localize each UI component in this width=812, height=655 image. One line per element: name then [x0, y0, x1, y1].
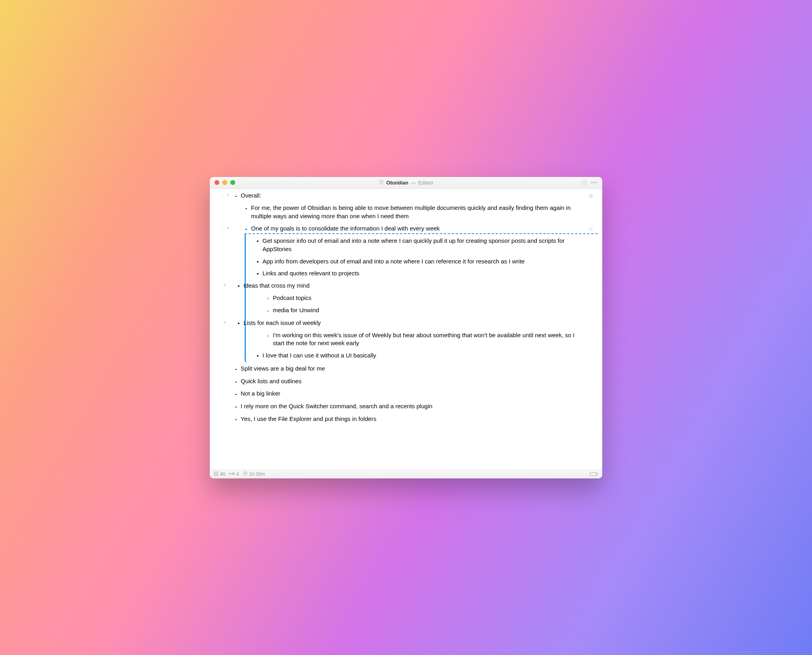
- editor-content[interactable]: ◌▼ - Overall: ⊕ - For me, the power of O…: [210, 189, 602, 470]
- bullet-circle-icon: [263, 306, 273, 315]
- edited-status: Edited: [418, 180, 433, 186]
- bullet-dot-icon: [253, 237, 262, 242]
- outline-row[interactable]: ◌▼ - One of my goals is to consolidate t…: [210, 224, 602, 234]
- document-title: Obsidian: [386, 180, 408, 186]
- bullet-dash-icon: -: [231, 390, 241, 398]
- window-controls: [214, 180, 235, 185]
- app-window: Obsidian — Edited ••• ◌▼ - Overall: ⊕ - …: [210, 177, 602, 478]
- indent-stat[interactable]: 4: [229, 471, 239, 477]
- status-right[interactable]: [590, 472, 598, 476]
- outline-text[interactable]: For me, the power of Obsidian is being a…: [251, 204, 586, 220]
- appearance-icon[interactable]: [582, 180, 587, 185]
- link-icon[interactable]: ◌: [221, 226, 224, 231]
- outline-row[interactable]: ▼ Ideas that cross my mind: [246, 281, 598, 290]
- outline-row[interactable]: - Split views are a big deal for me: [210, 364, 602, 374]
- outline-text[interactable]: Split views are a big deal for me: [241, 365, 586, 373]
- indent-icon: [229, 471, 235, 477]
- duration-value: 1h 30m: [249, 471, 265, 477]
- outline-row[interactable]: ▼ Lists for each issue of weekly: [246, 319, 598, 328]
- svg-rect-0: [380, 180, 383, 184]
- line-count: 40: [220, 471, 225, 477]
- outline-text[interactable]: I'm working on this week's issue of of W…: [273, 331, 590, 348]
- outline-row[interactable]: - I rely more on the Quick Switcher comm…: [210, 402, 602, 411]
- bullet-dash-icon: -: [241, 204, 251, 213]
- svg-line-12: [245, 474, 246, 474]
- outline-row[interactable]: - For me, the power of Obsidian is being…: [210, 204, 602, 221]
- bullet-dot-icon: [253, 257, 262, 262]
- outline-text[interactable]: I love that I can use it without a UI ba…: [262, 352, 590, 360]
- add-item-icon[interactable]: ⊕: [586, 225, 595, 233]
- fold-icon[interactable]: ▼: [223, 283, 227, 288]
- add-item-icon[interactable]: ⊕: [586, 192, 595, 200]
- outline-text[interactable]: Lists for each issue of weekly: [243, 319, 590, 327]
- bullet-circle-icon: [263, 294, 273, 303]
- outline-text[interactable]: Quick lists and outlines: [241, 377, 586, 386]
- outline-row[interactable]: I love that I can use it without a UI ba…: [246, 351, 598, 360]
- tag-icon: [590, 472, 598, 476]
- outline-text[interactable]: Links and quotes relevant to projects: [262, 269, 590, 278]
- outline-text[interactable]: App info from developers out of email an…: [262, 257, 590, 266]
- selected-block[interactable]: Get sponsor info out of email and into a…: [245, 233, 598, 363]
- more-icon[interactable]: •••: [591, 180, 598, 185]
- outline-row[interactable]: - Not a big linker: [210, 389, 602, 399]
- svg-rect-13: [590, 473, 596, 476]
- fold-icon[interactable]: ▼: [223, 320, 227, 325]
- window-title: Obsidian — Edited: [210, 180, 602, 186]
- outline-row[interactable]: Podcast topics: [246, 294, 598, 303]
- bullet-dash-icon: -: [231, 415, 241, 424]
- outline-row[interactable]: Links and quotes relevant to projects: [246, 269, 598, 278]
- outline-text[interactable]: Overall:: [241, 192, 586, 200]
- bullet-dot-icon: [253, 269, 262, 274]
- fold-icon[interactable]: ▼: [226, 193, 230, 198]
- document-icon: [379, 180, 384, 185]
- bullet-dash-icon: -: [231, 192, 241, 200]
- outline-text[interactable]: Podcast topics: [273, 294, 590, 302]
- bullet-dot-icon: [234, 319, 243, 324]
- outline-row[interactable]: App info from developers out of email an…: [246, 257, 598, 266]
- bullet-dash-icon: -: [241, 225, 251, 233]
- bullet-dash-icon: -: [231, 365, 241, 373]
- outline-text[interactable]: Get sponsor info out of email and into a…: [262, 237, 590, 253]
- link-icon[interactable]: ◌: [221, 193, 224, 198]
- bullet-circle-icon: [263, 331, 273, 340]
- fullscreen-button[interactable]: [230, 180, 235, 185]
- bullet-dot-icon: [253, 352, 262, 356]
- clock-icon: [243, 471, 247, 477]
- titlebar-actions: •••: [582, 180, 598, 185]
- status-bar: 40 4 1h 30m: [210, 470, 602, 478]
- outline-text[interactable]: I rely more on the Quick Switcher comman…: [241, 402, 586, 411]
- outline-row[interactable]: - Yes, I use the File Explorer and put t…: [210, 415, 602, 424]
- outline-row[interactable]: I'm working on this week's issue of of W…: [246, 331, 598, 348]
- line-count-stat[interactable]: 40: [214, 471, 225, 477]
- bullet-dash-icon: -: [231, 377, 241, 386]
- outline-row[interactable]: ◌▼ - Overall: ⊕: [210, 191, 602, 201]
- outline-text[interactable]: One of my goals is to consolidate the in…: [251, 225, 586, 233]
- close-button[interactable]: [214, 180, 219, 185]
- outline-text[interactable]: media for Unwind: [273, 306, 590, 315]
- outline-text[interactable]: Yes, I use the File Explorer and put thi…: [241, 415, 586, 423]
- title-separator: —: [411, 180, 416, 186]
- minimize-button[interactable]: [222, 180, 227, 185]
- fold-icon[interactable]: ▼: [226, 226, 230, 231]
- indent-count: 4: [236, 471, 239, 477]
- outline-text[interactable]: Ideas that cross my mind: [243, 282, 590, 290]
- bullet-dot-icon: [234, 282, 243, 286]
- outline-row[interactable]: media for Unwind: [246, 306, 598, 315]
- outline-row[interactable]: Get sponsor info out of email and into a…: [246, 236, 598, 254]
- time-stat[interactable]: 1h 30m: [243, 471, 265, 477]
- bullet-dash-icon: -: [231, 402, 241, 411]
- lines-icon: [214, 471, 218, 477]
- outline-text[interactable]: Not a big linker: [241, 390, 586, 398]
- titlebar[interactable]: Obsidian — Edited •••: [210, 177, 602, 189]
- outline-row[interactable]: - Quick lists and outlines: [210, 377, 602, 386]
